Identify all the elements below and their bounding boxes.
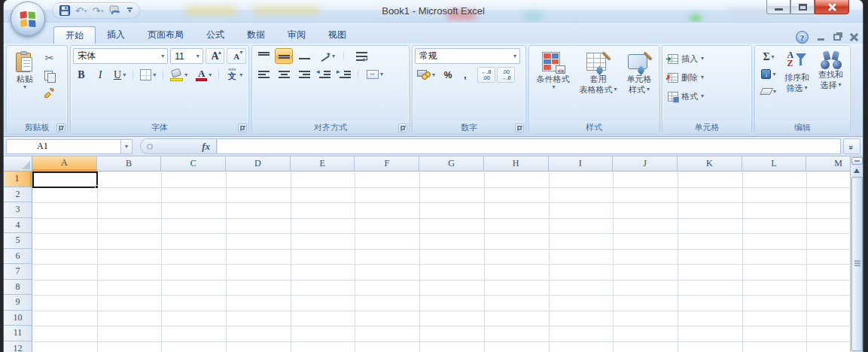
merge-dropdown-arrow-icon[interactable]: ▾ bbox=[380, 71, 383, 77]
scrollbar-thumb[interactable] bbox=[851, 177, 863, 351]
autosum-dropdown-arrow-icon[interactable]: ▾ bbox=[772, 54, 775, 60]
column-header-A[interactable]: A bbox=[32, 156, 97, 171]
cells-canvas[interactable] bbox=[33, 172, 850, 352]
redo-button[interactable]: ↷▾ bbox=[92, 6, 103, 16]
column-header-C[interactable]: C bbox=[161, 156, 226, 171]
format-as-table-button[interactable]: 套用 表格格式▾ bbox=[578, 48, 617, 121]
column-header-M[interactable]: M bbox=[806, 156, 850, 171]
wrap-text-button[interactable] bbox=[352, 48, 370, 64]
ribbon-tab-6[interactable]: 视图 bbox=[317, 26, 358, 44]
row-header-10[interactable]: 10 bbox=[4, 311, 32, 326]
insert-dropdown-arrow-icon[interactable]: ▾ bbox=[701, 56, 704, 62]
ribbon-tab-1[interactable]: 插入 bbox=[96, 26, 136, 44]
font-size-dropdown-arrow-icon[interactable]: ▾ bbox=[195, 53, 201, 59]
split-handle[interactable] bbox=[851, 157, 863, 165]
column-header-L[interactable]: L bbox=[742, 156, 807, 171]
autosum-button[interactable]: Σ▾ bbox=[757, 49, 780, 65]
cell-styles-dropdown-arrow-icon[interactable]: ▾ bbox=[647, 86, 650, 93]
ribbon-tab-2[interactable]: 页面布局 bbox=[136, 26, 195, 44]
save-icon[interactable] bbox=[59, 5, 70, 16]
top-align-button[interactable] bbox=[254, 48, 273, 64]
number-format-combo[interactable]: 常规 ▾ bbox=[415, 48, 520, 64]
middle-align-button[interactable] bbox=[275, 48, 293, 64]
column-header-K[interactable]: K bbox=[678, 156, 742, 171]
phonetic-guide-button[interactable]: wén 文 ▾ bbox=[223, 66, 245, 83]
orientation-dropdown-arrow-icon[interactable]: ▾ bbox=[332, 53, 335, 59]
row-header-11[interactable]: 11 bbox=[4, 326, 32, 341]
column-header-I[interactable]: I bbox=[549, 156, 614, 171]
column-header-B[interactable]: B bbox=[97, 156, 162, 171]
bold-button[interactable]: B bbox=[73, 66, 90, 83]
font-color-dropdown-arrow-icon[interactable]: ▾ bbox=[209, 72, 212, 78]
row-header-6[interactable]: 6 bbox=[4, 249, 32, 265]
align-right-button[interactable] bbox=[295, 66, 313, 82]
clear-button[interactable]: ▾ bbox=[757, 83, 780, 99]
name-box[interactable]: A1 bbox=[6, 139, 120, 154]
accounting-dropdown-arrow-icon[interactable]: ▾ bbox=[432, 72, 435, 78]
decrease-indent-button[interactable]: ◂ bbox=[315, 66, 333, 82]
help-button[interactable]: ? bbox=[796, 31, 809, 44]
insert-cells-button[interactable]: ➜ 插入 ▾ bbox=[665, 50, 749, 67]
scroll-up-arrow[interactable] bbox=[851, 165, 863, 176]
row-header-9[interactable]: 9 bbox=[4, 295, 32, 311]
column-header-J[interactable]: J bbox=[613, 156, 678, 171]
alignment-dialog-launcher[interactable] bbox=[398, 123, 407, 132]
row-header-7[interactable]: 7 bbox=[4, 264, 32, 280]
ribbon-tab-4[interactable]: 数据 bbox=[236, 26, 276, 44]
underline-dropdown-arrow-icon[interactable]: ▾ bbox=[123, 72, 126, 78]
borders-dropdown-arrow-icon[interactable]: ▾ bbox=[153, 72, 156, 78]
workbook-restore-button[interactable] bbox=[833, 34, 841, 41]
formula-input[interactable] bbox=[217, 138, 841, 154]
conditional-formatting-dropdown-arrow-icon[interactable]: ▾ bbox=[552, 84, 555, 90]
italic-button[interactable]: I bbox=[92, 66, 108, 83]
row-header-5[interactable]: 5 bbox=[4, 233, 32, 249]
decrease-decimal-button[interactable]: .00→.0 bbox=[497, 67, 515, 83]
column-header-F[interactable]: F bbox=[355, 156, 419, 171]
align-left-button[interactable] bbox=[254, 66, 273, 82]
find-select-dropdown-arrow-icon[interactable]: ▾ bbox=[838, 82, 841, 88]
fill-dropdown-arrow-icon[interactable]: ▾ bbox=[772, 71, 775, 77]
delete-cells-button[interactable]: ✗ 删除 ▾ bbox=[665, 69, 749, 86]
row-header-4[interactable]: 4 bbox=[4, 218, 32, 234]
clipboard-dialog-launcher[interactable] bbox=[56, 123, 65, 132]
font-name-dropdown-arrow-icon[interactable]: ▾ bbox=[160, 53, 166, 59]
insert-function-button[interactable]: fx bbox=[202, 141, 210, 153]
underline-button[interactable]: U▾ bbox=[111, 66, 129, 83]
paste-button[interactable]: 粘贴 ▾ bbox=[9, 48, 41, 121]
column-header-G[interactable]: G bbox=[419, 156, 484, 171]
close-button[interactable] bbox=[815, 0, 849, 14]
merge-center-button[interactable]: ▾ bbox=[362, 66, 388, 82]
column-header-E[interactable]: E bbox=[291, 156, 355, 171]
format-as-table-dropdown-arrow-icon[interactable]: ▾ bbox=[614, 86, 617, 93]
shrink-font-button[interactable]: A▼ bbox=[227, 48, 246, 64]
delete-dropdown-arrow-icon[interactable]: ▾ bbox=[701, 74, 704, 80]
borders-button[interactable]: ▾ bbox=[137, 66, 159, 83]
number-dialog-launcher[interactable] bbox=[515, 123, 524, 132]
paste-dropdown-arrow-icon[interactable]: ▾ bbox=[23, 84, 26, 90]
font-dialog-launcher[interactable] bbox=[238, 123, 247, 132]
find-select-button[interactable]: 查找和 选择▾ bbox=[814, 48, 848, 121]
row-header-1[interactable]: 1 bbox=[4, 171, 32, 187]
minimize-button[interactable] bbox=[766, 0, 790, 14]
ribbon-tab-5[interactable]: 审阅 bbox=[276, 26, 317, 44]
fill-color-button[interactable]: ▾ bbox=[167, 66, 190, 83]
ribbon-tab-0[interactable]: 开始 bbox=[53, 26, 96, 44]
customize-quick-access-button[interactable]: ▾ bbox=[127, 8, 132, 14]
row-header-8[interactable]: 8 bbox=[4, 280, 32, 296]
font-size-combo[interactable]: 11 ▾ bbox=[170, 48, 203, 64]
workbook-minimize-button[interactable] bbox=[818, 38, 824, 41]
clear-dropdown-arrow-icon[interactable]: ▾ bbox=[773, 89, 776, 95]
select-all-button[interactable] bbox=[4, 156, 32, 171]
accounting-format-button[interactable]: ▾ bbox=[415, 67, 437, 83]
cell-styles-button[interactable]: 单元格 样式▾ bbox=[626, 48, 652, 121]
percent-style-button[interactable]: % bbox=[440, 67, 456, 83]
grow-font-button[interactable]: A▲ bbox=[206, 48, 225, 64]
format-painter-button[interactable] bbox=[41, 86, 58, 102]
row-header-12[interactable]: 12 bbox=[4, 341, 32, 352]
fill-button[interactable]: ↓▾ bbox=[757, 66, 780, 82]
bottom-align-button[interactable] bbox=[295, 48, 313, 64]
ribbon-tab-3[interactable]: 公式 bbox=[195, 26, 236, 44]
row-header-3[interactable]: 3 bbox=[4, 202, 32, 218]
format-dropdown-arrow-icon[interactable]: ▾ bbox=[701, 93, 704, 99]
fill-handle[interactable] bbox=[95, 185, 99, 189]
